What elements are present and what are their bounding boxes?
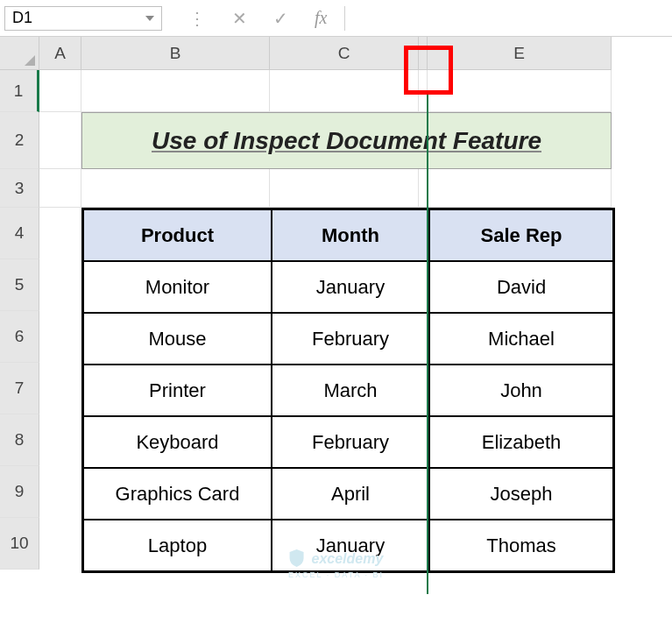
formula-bar-icons: ⋮ ✕ ✓ fx <box>188 8 327 29</box>
row-header-3[interactable]: 3 <box>0 169 39 208</box>
name-box-dropdown-icon[interactable] <box>145 16 154 21</box>
cell-rep[interactable]: John <box>429 365 613 416</box>
table-row: Printer March John <box>83 365 613 416</box>
cell-month[interactable]: January <box>272 261 429 313</box>
row-header-5[interactable]: 5 <box>0 259 39 311</box>
row-header-6[interactable]: 6 <box>0 311 39 363</box>
cell-C3[interactable] <box>270 169 419 208</box>
cell-rep[interactable]: Thomas <box>429 520 613 571</box>
col-header-A[interactable]: A <box>39 37 81 70</box>
table-header-month[interactable]: Month <box>272 209 429 261</box>
row-header-8[interactable]: 8 <box>0 414 39 466</box>
cancel-icon[interactable]: ✕ <box>232 8 247 29</box>
row-header-10[interactable]: 10 <box>0 518 39 570</box>
name-box[interactable]: D1 <box>4 6 162 31</box>
cell-product[interactable]: Graphics Card <box>83 468 272 520</box>
data-table: Product Month Sale Rep Monitor January D… <box>81 208 615 573</box>
cell-A1[interactable] <box>39 70 81 112</box>
table-row: Laptop January Thomas <box>83 520 613 571</box>
cell-month[interactable]: April <box>272 468 429 520</box>
cell-month[interactable]: February <box>272 416 429 468</box>
name-box-value: D1 <box>12 9 32 27</box>
cell-E3[interactable] <box>428 169 612 208</box>
cell-rep[interactable]: David <box>429 261 613 313</box>
enter-icon[interactable]: ✓ <box>273 8 288 29</box>
row-header-4[interactable]: 4 <box>0 208 39 259</box>
cell-product[interactable]: Mouse <box>83 313 272 365</box>
table-row: Graphics Card April Joseph <box>83 468 613 520</box>
cell-product[interactable]: Laptop <box>83 520 272 571</box>
row-header-1[interactable]: 1 <box>0 70 39 112</box>
cell-product[interactable]: Keyboard <box>83 416 272 468</box>
dots-icon: ⋮ <box>188 8 206 29</box>
table-row: Mouse February Michael <box>83 313 613 365</box>
cell-month[interactable]: January <box>272 520 429 571</box>
col-header-D-hidden[interactable] <box>419 37 428 70</box>
cell-A3[interactable] <box>39 169 81 208</box>
table-header-rep[interactable]: Sale Rep <box>429 209 613 261</box>
table-row: Keyboard February Elizabeth <box>83 416 613 468</box>
cells-area[interactable]: Use of Inspect Document Feature Product … <box>39 70 612 623</box>
col-header-B[interactable]: B <box>81 37 270 70</box>
cell-B3[interactable] <box>81 169 270 208</box>
col-header-C[interactable]: C <box>270 37 419 70</box>
cell-product[interactable]: Monitor <box>83 261 272 313</box>
table-row: Monitor January David <box>83 261 613 313</box>
cell-month[interactable]: March <box>272 365 429 416</box>
cell-month[interactable]: February <box>272 313 429 365</box>
cell-B1[interactable] <box>81 70 270 112</box>
column-headers: A B C E <box>39 37 612 70</box>
cell-E1[interactable] <box>428 70 612 112</box>
cell-product[interactable]: Printer <box>83 365 272 416</box>
table-header-product[interactable]: Product <box>83 209 272 261</box>
row-header-9[interactable]: 9 <box>0 466 39 518</box>
row-headers: 1 2 3 4 5 6 7 8 9 10 <box>0 70 39 623</box>
row-header-7[interactable]: 7 <box>0 363 39 414</box>
cell-rep[interactable]: Elizabeth <box>429 416 613 468</box>
fx-icon[interactable]: fx <box>315 8 327 28</box>
formula-input[interactable] <box>344 6 672 31</box>
cell-C1[interactable] <box>270 70 419 112</box>
row-header-2[interactable]: 2 <box>0 112 39 169</box>
cell-rep[interactable]: Michael <box>429 313 613 365</box>
col-header-E[interactable]: E <box>428 37 612 70</box>
select-all-corner[interactable] <box>0 37 39 70</box>
cell-rep[interactable]: Joseph <box>429 468 613 520</box>
cell-A2[interactable] <box>39 112 81 169</box>
formula-bar: D1 ⋮ ✕ ✓ fx <box>0 0 672 37</box>
hidden-column-indicator <box>427 95 428 594</box>
title-cell[interactable]: Use of Inspect Document Feature <box>81 112 612 169</box>
